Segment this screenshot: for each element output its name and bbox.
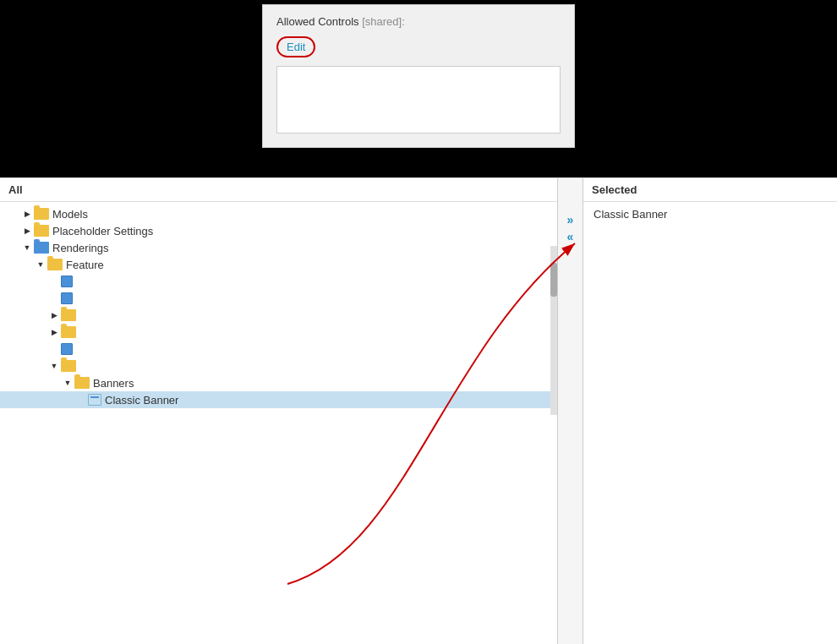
toggle-banners-parent[interactable] bbox=[47, 359, 61, 373]
label-renderings: Renderings bbox=[52, 242, 109, 254]
toggle-ff2[interactable] bbox=[47, 325, 61, 339]
modal-shared-label: [shared]: bbox=[362, 15, 405, 28]
right-panel: Selected Classic Banner bbox=[583, 178, 837, 644]
modal-title-text: Allowed Controls bbox=[276, 15, 359, 28]
folder-icon-ff2 bbox=[61, 326, 76, 338]
top-area: Allowed Controls [shared]: Edit bbox=[0, 0, 837, 177]
folder-icon-placeholder bbox=[34, 225, 49, 237]
tree-item-feature-item3[interactable] bbox=[0, 341, 557, 357]
folder-icon-ff1 bbox=[61, 309, 76, 321]
tree-item-feature[interactable]: Feature bbox=[0, 256, 557, 273]
modal-title: Allowed Controls [shared]: bbox=[276, 15, 561, 28]
tree-item-feature-folder2[interactable] bbox=[0, 324, 557, 341]
left-panel: All Models Placeholder Settings Renderin… bbox=[0, 178, 558, 644]
toggle-banners[interactable] bbox=[61, 376, 74, 390]
toggle-feature[interactable] bbox=[34, 258, 47, 271]
selected-panel-header: Selected bbox=[583, 178, 837, 202]
tree-item-placeholder-settings[interactable]: Placeholder Settings bbox=[0, 222, 557, 239]
icon-classic-banner bbox=[88, 394, 101, 406]
tree-scrollbar[interactable] bbox=[550, 246, 557, 415]
tree-item-feature-item1[interactable] bbox=[0, 273, 557, 290]
label-models: Models bbox=[52, 208, 88, 221]
label-classic-banner: Classic Banner bbox=[105, 394, 178, 407]
label-banners: Banners bbox=[93, 377, 134, 390]
middle-controls: » « bbox=[558, 178, 583, 644]
folder-icon-renderings bbox=[34, 242, 49, 254]
tree-item-feature-item2[interactable] bbox=[0, 290, 557, 307]
folder-icon-banners bbox=[74, 377, 90, 389]
selected-item-classic-banner[interactable]: Classic Banner bbox=[590, 205, 830, 223]
bottom-area: All Models Placeholder Settings Renderin… bbox=[0, 177, 837, 644]
folder-icon-models bbox=[34, 208, 49, 220]
scrollbar-thumb[interactable] bbox=[550, 263, 557, 297]
icon-fi2 bbox=[61, 292, 73, 304]
add-button[interactable]: » bbox=[564, 212, 577, 227]
toggle-renderings[interactable] bbox=[20, 241, 34, 254]
edit-button[interactable]: Edit bbox=[282, 39, 310, 55]
tree-item-classic-banner[interactable]: Classic Banner bbox=[0, 391, 557, 408]
tree-item-models[interactable]: Models bbox=[0, 205, 557, 222]
label-feature: Feature bbox=[66, 259, 104, 271]
icon-fi1 bbox=[61, 276, 73, 287]
folder-icon-banners-parent bbox=[61, 360, 76, 372]
tree-item-banners-parent[interactable] bbox=[0, 357, 557, 374]
tree-item-feature-folder1[interactable] bbox=[0, 307, 557, 324]
tree-item-renderings[interactable]: Renderings bbox=[0, 239, 557, 256]
tree-area[interactable]: Models Placeholder Settings Renderings F… bbox=[0, 202, 557, 642]
edit-button-wrapper: Edit bbox=[276, 36, 315, 57]
tree-item-banners[interactable]: Banners bbox=[0, 374, 557, 391]
modal-content-area bbox=[276, 66, 561, 134]
modal-panel: Allowed Controls [shared]: Edit bbox=[262, 4, 575, 148]
icon-fi3 bbox=[61, 343, 73, 355]
selected-list: Classic Banner bbox=[583, 202, 837, 226]
toggle-ff1[interactable] bbox=[47, 308, 61, 322]
all-panel-header: All bbox=[0, 178, 557, 202]
toggle-placeholder[interactable] bbox=[20, 224, 34, 237]
remove-button[interactable]: « bbox=[564, 229, 577, 244]
label-placeholder: Placeholder Settings bbox=[52, 225, 153, 237]
folder-icon-feature bbox=[47, 259, 63, 270]
toggle-models[interactable] bbox=[20, 207, 34, 221]
